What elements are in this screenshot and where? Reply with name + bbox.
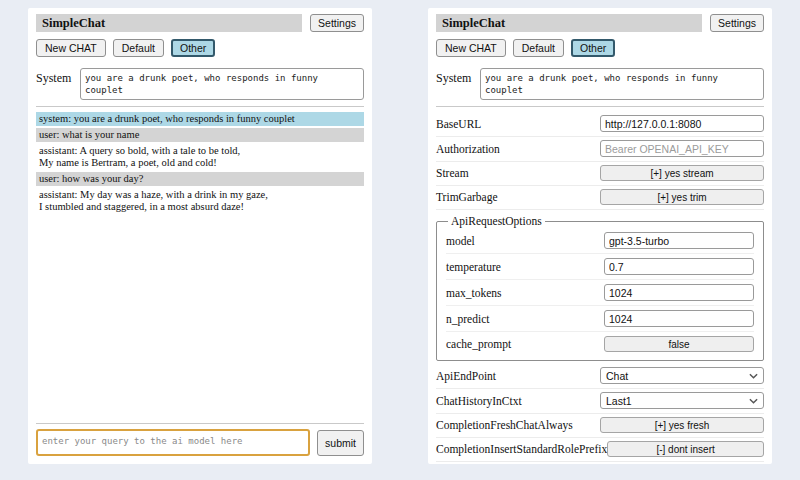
max-tokens-input[interactable] [604, 284, 754, 301]
query-input[interactable] [36, 429, 310, 456]
roleprefix-label: CompletionInsertStandardRolePrefix [436, 443, 607, 455]
session-button-default[interactable]: Default [513, 39, 564, 57]
model-label: model [446, 235, 604, 247]
setting-row-chathistory: ChatHistoryInCtxt Last1 [436, 389, 764, 414]
apiendpoint-label: ApiEndPoint [436, 370, 600, 382]
chat-message: user: what is your name [36, 128, 364, 142]
baseurl-label: BaseURL [436, 118, 600, 130]
api-endpoint-select[interactable]: Chat [600, 367, 764, 384]
chevron-down-icon [749, 398, 758, 404]
n-predict-input[interactable] [604, 310, 754, 327]
chat-message: assistant: My day was a haze, with a dri… [36, 188, 364, 214]
header: SimpleChat Settings [436, 14, 764, 32]
setting-row-baseurl: BaseURL [436, 112, 764, 137]
new-chat-button[interactable]: New CHAT [36, 39, 106, 57]
cache-prompt-toggle-button[interactable]: false [604, 336, 754, 352]
empty-space [36, 216, 364, 417]
new-chat-button[interactable]: New CHAT [436, 39, 506, 57]
chevron-down-icon [749, 373, 758, 379]
api-request-options-fieldset: ApiRequestOptions model temperature max_… [436, 215, 764, 361]
query-row: submit [36, 429, 364, 456]
chat-message: user: how was your day? [36, 172, 364, 186]
chat-message-list: system: you are a drunk poet, who respon… [36, 112, 364, 216]
setting-row-n-predict: n_predict [446, 306, 754, 332]
chat-history-selected-value: Last1 [606, 395, 632, 407]
chat-message: system: you are a drunk poet, who respon… [36, 112, 364, 126]
submit-button[interactable]: submit [317, 430, 364, 456]
system-prompt-input[interactable]: you are a drunk poet, who responds in fu… [480, 68, 764, 100]
chathistory-label: ChatHistoryInCtxt [436, 395, 600, 407]
trimgarbage-toggle-button[interactable]: [+] yes trim [600, 189, 764, 205]
settings-panel: SimpleChat Settings New CHAT Default Oth… [428, 8, 772, 464]
setting-row-trimgarbage: TrimGarbage [+] yes trim [436, 186, 764, 210]
trimgarbage-label: TrimGarbage [436, 191, 600, 203]
max-tokens-label: max_tokens [446, 287, 604, 299]
chat-message: assistant: A query so bold, with a tale … [36, 144, 364, 170]
app-title-bar: SimpleChat [436, 14, 702, 32]
n-predict-label: n_predict [446, 313, 604, 325]
session-button-other[interactable]: Other [571, 39, 615, 57]
stream-label: Stream [436, 167, 600, 179]
chat-panel: SimpleChat Settings New CHAT Default Oth… [28, 8, 372, 464]
model-input[interactable] [604, 232, 754, 249]
freshchat-toggle-button[interactable]: [+] yes fresh [600, 417, 764, 433]
roleprefix-toggle-button[interactable]: [-] dont insert [607, 441, 764, 457]
system-label: System [436, 68, 480, 86]
setting-row-temperature: temperature [446, 254, 754, 280]
temperature-input[interactable] [604, 258, 754, 275]
temperature-label: temperature [446, 261, 604, 273]
horizontal-divider [36, 106, 364, 107]
baseurl-input[interactable] [600, 115, 764, 132]
settings-button[interactable]: Settings [710, 14, 764, 32]
header: SimpleChat Settings [36, 14, 364, 32]
setting-row-apiendpoint: ApiEndPoint Chat [436, 364, 764, 389]
system-prompt-row: System you are a drunk poet, who respond… [436, 68, 764, 100]
horizontal-divider [436, 106, 764, 107]
system-prompt-input[interactable]: you are a drunk poet, who responds in fu… [80, 68, 364, 100]
system-prompt-row: System you are a drunk poet, who respond… [36, 68, 364, 100]
session-bar: New CHAT Default Other [436, 39, 764, 57]
chat-history-select[interactable]: Last1 [600, 392, 764, 409]
horizontal-divider [36, 423, 364, 424]
settings-button[interactable]: Settings [310, 14, 364, 32]
setting-row-stream: Stream [+] yes stream [436, 162, 764, 186]
api-request-options-legend: ApiRequestOptions [448, 215, 545, 227]
session-bar: New CHAT Default Other [36, 39, 364, 57]
app-title: SimpleChat [42, 16, 105, 31]
setting-row-roleprefix: CompletionInsertStandardRolePrefix [-] d… [436, 438, 764, 462]
api-endpoint-selected-value: Chat [606, 370, 628, 382]
app-title-bar: SimpleChat [36, 14, 302, 32]
setting-row-authorization: Authorization [436, 137, 764, 162]
authorization-label: Authorization [436, 143, 600, 155]
system-label: System [36, 68, 80, 86]
setting-row-max-tokens: max_tokens [446, 280, 754, 306]
setting-row-model: model [446, 228, 754, 254]
freshchat-label: CompletionFreshChatAlways [436, 419, 600, 431]
stream-toggle-button[interactable]: [+] yes stream [600, 165, 764, 181]
session-button-default[interactable]: Default [113, 39, 164, 57]
cache-prompt-label: cache_prompt [446, 338, 604, 350]
authorization-input[interactable] [600, 140, 764, 157]
setting-row-cache-prompt: cache_prompt false [446, 332, 754, 356]
session-button-other[interactable]: Other [171, 39, 215, 57]
setting-row-freshchat: CompletionFreshChatAlways [+] yes fresh [436, 414, 764, 438]
app-title: SimpleChat [442, 16, 505, 31]
